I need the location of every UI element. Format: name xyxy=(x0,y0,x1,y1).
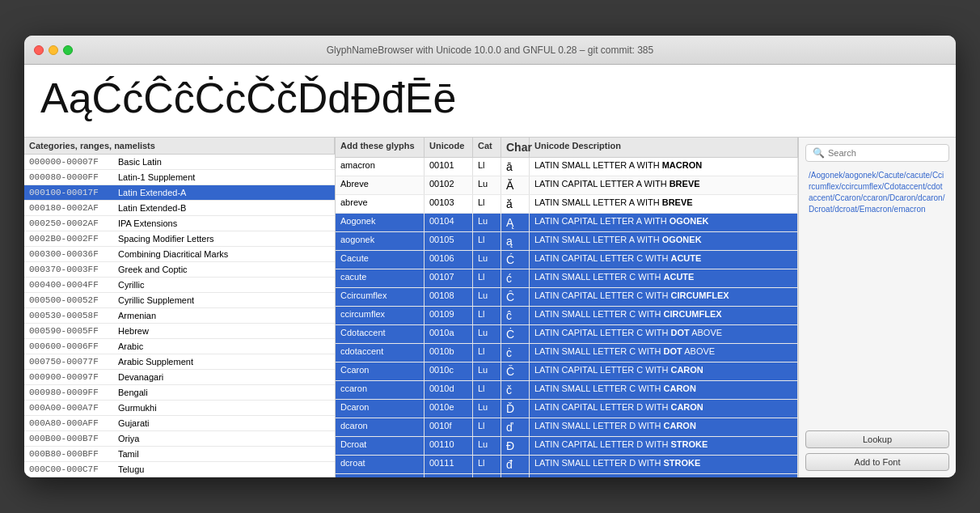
char-header: Char xyxy=(501,138,530,157)
desc-cell: LATIN CAPITAL LETTER D WITH STROKE xyxy=(530,437,798,455)
glyph-name-cell: Aogonek xyxy=(336,214,425,231)
range-cell: 000A80-000AFF xyxy=(24,416,113,430)
glyph-name-cell: Cdotaccent xyxy=(336,325,425,343)
char-cell: Ē xyxy=(501,474,530,477)
desc-cell: LATIN CAPITAL LETTER E WITH MACRON xyxy=(530,474,798,477)
category-cell: Lu xyxy=(473,474,501,477)
left-panel-row[interactable]: 000900-00097FDevanagari xyxy=(24,370,335,385)
category-cell: Ll xyxy=(473,195,501,213)
left-panel-row[interactable]: 000080-0000FFLatin-1 Supplement xyxy=(24,170,335,185)
glyph-row[interactable]: amacron00101LlāLATIN SMALL LETTER A WITH… xyxy=(336,158,798,176)
left-panel-row[interactable]: 000590-0005FFHebrew xyxy=(24,324,335,339)
glyph-header: Add these glyphs xyxy=(336,138,425,157)
left-panel-row[interactable]: 000000-00007FBasic Latin xyxy=(24,155,335,170)
close-button[interactable] xyxy=(34,45,44,55)
unicode-cell: 00107 xyxy=(425,269,473,287)
range-cell: 000A00-000A7F xyxy=(24,401,113,415)
glyph-row[interactable]: Aogonek00104LuĄLATIN CAPITAL LETTER A WI… xyxy=(336,214,798,232)
glyph-row[interactable]: Dcroat00110LuĐLATIN CAPITAL LETTER D WIT… xyxy=(336,437,798,456)
minimize-button[interactable] xyxy=(49,45,58,55)
left-panel-row[interactable]: 000530-00058FArmenian xyxy=(24,308,335,324)
category-cell: Lu xyxy=(473,288,501,306)
main-window: GlyphNameBrowser with Unicode 10.0.0 and… xyxy=(24,36,956,477)
unicode-cell: 0010c xyxy=(425,362,473,380)
categories-list: 000000-00007FBasic Latin000080-0000FFLat… xyxy=(24,155,335,477)
category-name-cell: Gujarati xyxy=(113,416,335,430)
unicode-cell: 00108 xyxy=(425,288,473,306)
left-panel-row[interactable]: 000400-0004FFCyrillic xyxy=(24,278,335,293)
glyph-row[interactable]: Abreve00102LuĂLATIN CAPITAL LETTER A WIT… xyxy=(336,176,798,195)
left-panel-row[interactable]: 000980-0009FFBengali xyxy=(24,385,335,401)
glyph-row[interactable]: Emacron00112LuĒLATIN CAPITAL LETTER E WI… xyxy=(336,474,798,477)
breadcrumb: /Aogonek/aogonek/Cacute/cacute/Ccircumfl… xyxy=(805,167,949,297)
glyph-row[interactable]: ccaron0010dLlčLATIN SMALL LETTER C WITH … xyxy=(336,381,798,400)
left-panel-row[interactable]: 000C00-000C7FTelugu xyxy=(24,462,335,477)
search-input[interactable] xyxy=(828,148,942,158)
category-name-cell: Latin Extended-A xyxy=(113,185,335,200)
left-panel-row[interactable]: 000B80-000BFFTamil xyxy=(24,447,335,462)
left-panel-row[interactable]: 000600-0006FFArabic xyxy=(24,339,335,354)
left-panel-row[interactable]: 000A00-000A7FGurmukhi xyxy=(24,401,335,416)
category-cell: Ll xyxy=(473,381,501,399)
glyph-row[interactable]: abreve00103LlăLATIN SMALL LETTER A WITH … xyxy=(336,195,798,214)
range-cell: 000370-0003FF xyxy=(24,262,113,277)
range-cell: 000750-00077F xyxy=(24,354,113,369)
left-panel-row[interactable]: 0002B0-0002FFSpacing Modifier Letters xyxy=(24,231,335,247)
glyph-row[interactable]: aogonek00105LląLATIN SMALL LETTER A WITH… xyxy=(336,232,798,251)
glyph-row[interactable]: dcaron0010fLlďLATIN SMALL LETTER D WITH … xyxy=(336,418,798,437)
category-name-cell: Telugu xyxy=(113,462,335,477)
desc-cell: LATIN CAPITAL LETTER A WITH BREVE xyxy=(530,176,798,194)
glyph-row[interactable]: ccircumflex00109LlĉLATIN SMALL LETTER C … xyxy=(336,307,798,325)
glyph-row[interactable]: Dcaron0010eLuĎLATIN CAPITAL LETTER D WIT… xyxy=(336,400,798,418)
left-panel-row[interactable]: 000250-0002AFIPA Extensions xyxy=(24,216,335,231)
left-panel-row[interactable]: 000A80-000AFFGujarati xyxy=(24,416,335,431)
window-title: GlyphNameBrowser with Unicode 10.0.0 and… xyxy=(327,45,653,56)
char-cell: Ď xyxy=(501,400,530,418)
char-cell: ā xyxy=(501,158,530,176)
left-panel-row[interactable]: 000B00-000B7FOriya xyxy=(24,431,335,447)
left-panel-row[interactable]: 000750-00077FArabic Supplement xyxy=(24,354,335,370)
left-panel-row[interactable]: 000370-0003FFGreek and Coptic xyxy=(24,262,335,278)
char-cell: đ xyxy=(501,456,530,473)
center-panel: Add these glyphs Unicode Cat Char Unicod… xyxy=(336,138,798,477)
left-panel-row[interactable]: 000100-00017FLatin Extended-A xyxy=(24,185,335,201)
unicode-cell: 00104 xyxy=(425,214,473,231)
left-panel-row[interactable]: 000300-00036FCombining Diacritical Marks xyxy=(24,247,335,262)
category-name-cell: Tamil xyxy=(113,447,335,461)
unicode-cell: 00111 xyxy=(425,456,473,473)
category-name-cell: Spacing Modifier Letters xyxy=(113,231,335,246)
left-panel-row[interactable]: 000180-0002AFLatin Extended-B xyxy=(24,201,335,216)
range-cell: 000400-0004FF xyxy=(24,278,113,292)
desc-cell: LATIN SMALL LETTER A WITH MACRON xyxy=(530,158,798,176)
search-icon: 🔍 xyxy=(813,147,825,159)
maximize-button[interactable] xyxy=(63,45,73,55)
glyph-row[interactable]: cacute00107LlćLATIN SMALL LETTER C WITH … xyxy=(336,269,798,288)
glyph-row[interactable]: Cacute00106LuĆLATIN CAPITAL LETTER C WIT… xyxy=(336,251,798,269)
glyph-row[interactable]: Cdotaccent0010aLuĊLATIN CAPITAL LETTER C… xyxy=(336,325,798,344)
glyph-row[interactable]: cdotaccent0010bLlċLATIN SMALL LETTER C W… xyxy=(336,344,798,362)
range-cell: 000000-00007F xyxy=(24,155,113,169)
lookup-button[interactable]: Lookup xyxy=(805,430,949,448)
unicode-cell: 0010f xyxy=(425,418,473,436)
category-name-cell: Gurmukhi xyxy=(113,401,335,415)
range-cell: 000500-00052F xyxy=(24,293,113,307)
glyph-row[interactable]: Ccircumflex00108LuĈLATIN CAPITAL LETTER … xyxy=(336,288,798,307)
category-cell: Lu xyxy=(473,176,501,194)
glyph-name-cell: Dcaron xyxy=(336,400,425,418)
char-cell: Ă xyxy=(501,176,530,194)
traffic-lights xyxy=(34,45,73,55)
char-cell: Ĉ xyxy=(501,288,530,306)
range-cell: 000530-00058F xyxy=(24,308,113,323)
left-panel-row[interactable]: 000500-00052FCyrillic Supplement xyxy=(24,293,335,308)
category-cell: Lu xyxy=(473,214,501,231)
char-cell: ă xyxy=(501,195,530,213)
categories-header: Categories, ranges, namelists xyxy=(24,138,335,154)
glyph-name-cell: ccircumflex xyxy=(336,307,425,324)
search-box[interactable]: 🔍 xyxy=(805,144,949,162)
unicode-cell: 00103 xyxy=(425,195,473,213)
category-name-cell: Oriya xyxy=(113,431,335,446)
glyph-row[interactable]: dcroat00111LlđLATIN SMALL LETTER D WITH … xyxy=(336,456,798,474)
glyph-row[interactable]: Ccaron0010cLuČLATIN CAPITAL LETTER C WIT… xyxy=(336,362,798,381)
add-to-font-button[interactable]: Add to Font xyxy=(805,453,949,471)
titlebar: GlyphNameBrowser with Unicode 10.0.0 and… xyxy=(24,36,956,65)
